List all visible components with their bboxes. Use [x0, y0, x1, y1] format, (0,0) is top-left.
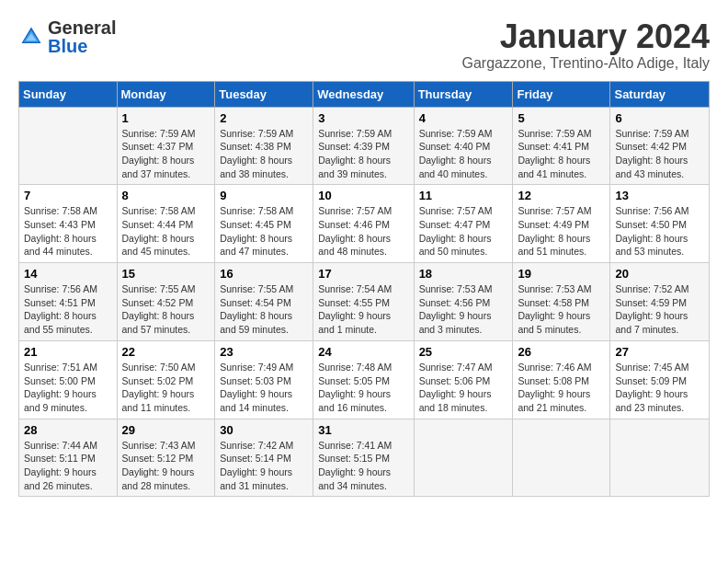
calendar-cell [414, 419, 513, 497]
day-number: 23 [220, 345, 308, 359]
day-number: 5 [518, 111, 605, 125]
calendar-cell: 22Sunrise: 7:50 AM Sunset: 5:02 PM Dayli… [117, 340, 215, 419]
calendar-cell: 4Sunrise: 7:59 AM Sunset: 4:40 PM Daylig… [414, 107, 513, 185]
day-info: Sunrise: 7:52 AM Sunset: 4:59 PM Dayligh… [615, 282, 704, 337]
location-title: Gargazzone, Trentino-Alto Adige, Italy [462, 55, 710, 72]
header-cell-friday: Friday [513, 81, 610, 107]
header-cell-tuesday: Tuesday [215, 81, 313, 107]
day-info: Sunrise: 7:50 AM Sunset: 5:02 PM Dayligh… [122, 361, 210, 415]
logo-general-text: General [48, 18, 116, 37]
day-info: Sunrise: 7:46 AM Sunset: 5:08 PM Dayligh… [518, 361, 605, 415]
day-number: 29 [122, 423, 210, 437]
day-number: 12 [518, 189, 605, 202]
day-number: 18 [419, 267, 508, 281]
week-row-5: 28Sunrise: 7:44 AM Sunset: 5:11 PM Dayli… [19, 419, 710, 497]
calendar-cell: 20Sunrise: 7:52 AM Sunset: 4:59 PM Dayli… [610, 263, 710, 341]
day-number: 14 [24, 267, 112, 281]
calendar-cell: 17Sunrise: 7:54 AM Sunset: 4:55 PM Dayli… [313, 263, 414, 341]
day-info: Sunrise: 7:42 AM Sunset: 5:14 PM Dayligh… [220, 439, 308, 493]
day-info: Sunrise: 7:41 AM Sunset: 5:15 PM Dayligh… [318, 439, 408, 493]
calendar-cell: 15Sunrise: 7:55 AM Sunset: 4:52 PM Dayli… [117, 263, 215, 341]
day-number: 30 [220, 423, 308, 437]
day-info: Sunrise: 7:53 AM Sunset: 4:58 PM Dayligh… [518, 282, 605, 337]
day-number: 27 [615, 345, 704, 359]
day-number: 20 [615, 267, 704, 281]
day-info: Sunrise: 7:58 AM Sunset: 4:44 PM Dayligh… [122, 204, 210, 259]
day-info: Sunrise: 7:59 AM Sunset: 4:41 PM Dayligh… [518, 127, 605, 181]
calendar-cell: 21Sunrise: 7:51 AM Sunset: 5:00 PM Dayli… [19, 340, 118, 419]
day-number: 3 [318, 111, 408, 125]
logo-blue-text: Blue [48, 37, 116, 55]
week-row-3: 14Sunrise: 7:56 AM Sunset: 4:51 PM Dayli… [19, 263, 710, 341]
calendar-cell: 23Sunrise: 7:49 AM Sunset: 5:03 PM Dayli… [215, 340, 313, 419]
calendar-cell: 28Sunrise: 7:44 AM Sunset: 5:11 PM Dayli… [19, 419, 118, 497]
day-info: Sunrise: 7:59 AM Sunset: 4:42 PM Dayligh… [615, 127, 704, 181]
day-info: Sunrise: 7:55 AM Sunset: 4:54 PM Dayligh… [220, 282, 308, 337]
calendar-cell: 30Sunrise: 7:42 AM Sunset: 5:14 PM Dayli… [215, 419, 313, 497]
header-row: SundayMondayTuesdayWednesdayThursdayFrid… [19, 81, 710, 107]
calendar-cell: 2Sunrise: 7:59 AM Sunset: 4:38 PM Daylig… [215, 107, 313, 185]
calendar-cell: 26Sunrise: 7:46 AM Sunset: 5:08 PM Dayli… [513, 340, 610, 419]
day-number: 26 [518, 345, 605, 359]
day-number: 19 [518, 267, 605, 281]
week-row-4: 21Sunrise: 7:51 AM Sunset: 5:00 PM Dayli… [19, 340, 710, 419]
logo-icon [18, 24, 44, 50]
day-number: 7 [24, 189, 112, 202]
calendar-header: SundayMondayTuesdayWednesdayThursdayFrid… [19, 81, 710, 107]
day-number: 9 [220, 189, 308, 202]
header-cell-saturday: Saturday [610, 81, 710, 107]
calendar-cell: 1Sunrise: 7:59 AM Sunset: 4:37 PM Daylig… [117, 107, 215, 185]
day-info: Sunrise: 7:57 AM Sunset: 4:46 PM Dayligh… [318, 204, 408, 259]
day-info: Sunrise: 7:53 AM Sunset: 4:56 PM Dayligh… [419, 282, 508, 337]
day-number: 4 [419, 111, 508, 125]
calendar-cell: 19Sunrise: 7:53 AM Sunset: 4:58 PM Dayli… [513, 263, 610, 341]
day-number: 6 [615, 111, 704, 125]
day-number: 28 [24, 423, 112, 437]
day-number: 2 [220, 111, 308, 125]
day-number: 11 [419, 189, 508, 202]
calendar-cell: 18Sunrise: 7:53 AM Sunset: 4:56 PM Dayli… [414, 263, 513, 341]
day-info: Sunrise: 7:59 AM Sunset: 4:38 PM Dayligh… [220, 127, 308, 181]
header-cell-monday: Monday [117, 81, 215, 107]
day-info: Sunrise: 7:54 AM Sunset: 4:55 PM Dayligh… [318, 282, 408, 337]
calendar-cell: 6Sunrise: 7:59 AM Sunset: 4:42 PM Daylig… [610, 107, 710, 185]
day-number: 21 [24, 345, 112, 359]
header-cell-thursday: Thursday [414, 81, 513, 107]
calendar-cell [610, 419, 710, 497]
day-info: Sunrise: 7:59 AM Sunset: 4:40 PM Dayligh… [419, 127, 508, 181]
day-number: 22 [122, 345, 210, 359]
day-number: 31 [318, 423, 408, 437]
calendar-cell: 27Sunrise: 7:45 AM Sunset: 5:09 PM Dayli… [610, 340, 710, 419]
day-info: Sunrise: 7:58 AM Sunset: 4:43 PM Dayligh… [24, 204, 112, 259]
calendar-table: SundayMondayTuesdayWednesdayThursdayFrid… [18, 81, 710, 498]
calendar-cell: 8Sunrise: 7:58 AM Sunset: 4:44 PM Daylig… [117, 185, 215, 263]
calendar-cell: 12Sunrise: 7:57 AM Sunset: 4:49 PM Dayli… [513, 185, 610, 263]
logo: General Blue [18, 18, 116, 55]
calendar-cell: 7Sunrise: 7:58 AM Sunset: 4:43 PM Daylig… [19, 185, 118, 263]
day-info: Sunrise: 7:56 AM Sunset: 4:50 PM Dayligh… [615, 204, 704, 259]
day-info: Sunrise: 7:58 AM Sunset: 4:45 PM Dayligh… [220, 204, 308, 259]
day-number: 17 [318, 267, 408, 281]
day-info: Sunrise: 7:43 AM Sunset: 5:12 PM Dayligh… [122, 439, 210, 493]
calendar-cell: 31Sunrise: 7:41 AM Sunset: 5:15 PM Dayli… [313, 419, 414, 497]
day-info: Sunrise: 7:47 AM Sunset: 5:06 PM Dayligh… [419, 361, 508, 415]
week-row-2: 7Sunrise: 7:58 AM Sunset: 4:43 PM Daylig… [19, 185, 710, 263]
calendar-cell [513, 419, 610, 497]
month-title: January 2024 [462, 18, 710, 55]
header-cell-sunday: Sunday [19, 81, 118, 107]
calendar-cell: 29Sunrise: 7:43 AM Sunset: 5:12 PM Dayli… [117, 419, 215, 497]
day-number: 1 [122, 111, 210, 125]
calendar-cell: 5Sunrise: 7:59 AM Sunset: 4:41 PM Daylig… [513, 107, 610, 185]
calendar-cell [19, 107, 118, 185]
day-info: Sunrise: 7:51 AM Sunset: 5:00 PM Dayligh… [24, 361, 112, 415]
calendar-cell: 24Sunrise: 7:48 AM Sunset: 5:05 PM Dayli… [313, 340, 414, 419]
day-number: 10 [318, 189, 408, 202]
day-info: Sunrise: 7:56 AM Sunset: 4:51 PM Dayligh… [24, 282, 112, 337]
calendar-cell: 14Sunrise: 7:56 AM Sunset: 4:51 PM Dayli… [19, 263, 118, 341]
calendar-cell: 25Sunrise: 7:47 AM Sunset: 5:06 PM Dayli… [414, 340, 513, 419]
page-header: General Blue January 2024 Gargazzone, Tr… [18, 18, 710, 72]
day-info: Sunrise: 7:57 AM Sunset: 4:49 PM Dayligh… [518, 204, 605, 259]
day-info: Sunrise: 7:49 AM Sunset: 5:03 PM Dayligh… [220, 361, 308, 415]
day-info: Sunrise: 7:45 AM Sunset: 5:09 PM Dayligh… [615, 361, 704, 415]
day-info: Sunrise: 7:55 AM Sunset: 4:52 PM Dayligh… [122, 282, 210, 337]
